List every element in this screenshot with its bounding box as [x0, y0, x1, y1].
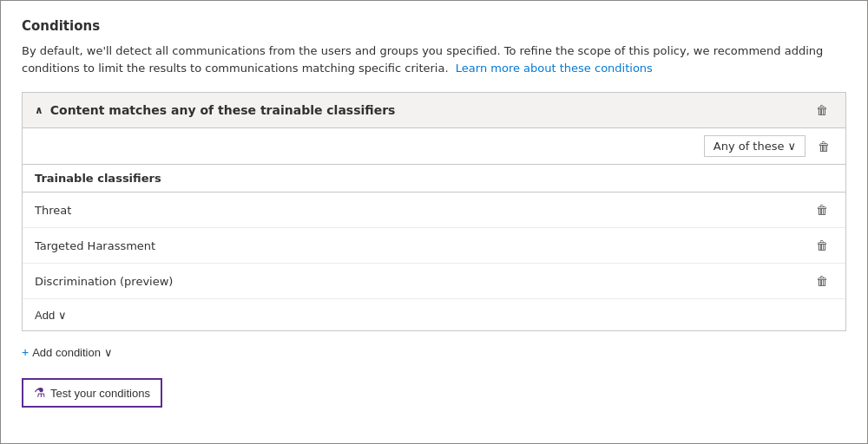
add-classifier-row: Add ∨ [23, 298, 845, 330]
condition-header: ∧ Content matches any of these trainable… [23, 93, 845, 128]
beaker-icon: ⚗ [34, 385, 45, 401]
delete-condition-button[interactable]: 🗑 [811, 101, 833, 119]
page-description: By default, we'll detect all communicati… [22, 42, 846, 76]
delete-row-button[interactable]: 🗑 [811, 272, 833, 290]
row-action-cell: 🗑 [799, 193, 845, 228]
test-conditions-label: Test your conditions [50, 387, 150, 400]
test-conditions-button[interactable]: ⚗ Test your conditions [22, 378, 162, 408]
test-conditions-area: ⚗ Test your conditions [22, 369, 846, 408]
add-condition-chevron-icon: ∨ [104, 346, 113, 359]
trash-icon: 🗑 [818, 140, 830, 153]
column-header-actions [799, 165, 845, 193]
delete-filter-button[interactable]: 🗑 [812, 138, 835, 155]
add-chevron-down-icon: ∨ [58, 309, 67, 322]
add-classifier-button[interactable]: Add ∨ [35, 309, 67, 322]
bottom-actions: + Add condition ∨ [22, 345, 846, 359]
collapse-chevron-icon[interactable]: ∧ [35, 104, 43, 116]
plus-icon: + [22, 345, 29, 359]
classifiers-table: Trainable classifiers Threat 🗑 Targeted … [23, 165, 845, 298]
condition-block: ∧ Content matches any of these trainable… [22, 92, 846, 331]
add-label: Add [35, 309, 55, 322]
any-of-these-label: Any of these [713, 140, 785, 153]
table-row: Threat 🗑 [23, 193, 845, 228]
toolbar-row: Any of these ∨ 🗑 [23, 128, 845, 165]
add-condition-label: Add condition [32, 346, 101, 359]
trash-icon: 🗑 [816, 238, 828, 252]
row-action-cell: 🗑 [799, 264, 845, 299]
conditions-page: Conditions By default, we'll detect all … [1, 1, 867, 425]
learn-more-link[interactable]: Learn more about these conditions [456, 62, 653, 75]
page-title: Conditions [22, 18, 846, 34]
table-row: Discrimination (preview) 🗑 [23, 264, 845, 299]
chevron-down-icon: ∨ [787, 140, 796, 153]
any-of-these-dropdown[interactable]: Any of these ∨ [704, 135, 806, 157]
trash-icon: 🗑 [816, 203, 828, 217]
classifier-name: Targeted Harassment [23, 228, 799, 264]
classifier-name: Discrimination (preview) [23, 264, 799, 299]
add-condition-button[interactable]: + Add condition ∨ [22, 345, 113, 359]
delete-row-button[interactable]: 🗑 [811, 201, 833, 219]
trash-icon: 🗑 [816, 274, 828, 288]
row-action-cell: 🗑 [799, 228, 845, 264]
classifier-name: Threat [23, 193, 799, 228]
condition-header-left: ∧ Content matches any of these trainable… [35, 103, 395, 117]
trash-icon: 🗑 [816, 103, 828, 117]
condition-title: Content matches any of these trainable c… [50, 103, 396, 117]
column-header-classifiers: Trainable classifiers [23, 165, 799, 193]
table-row: Targeted Harassment 🗑 [23, 228, 845, 264]
delete-row-button[interactable]: 🗑 [811, 237, 833, 254]
